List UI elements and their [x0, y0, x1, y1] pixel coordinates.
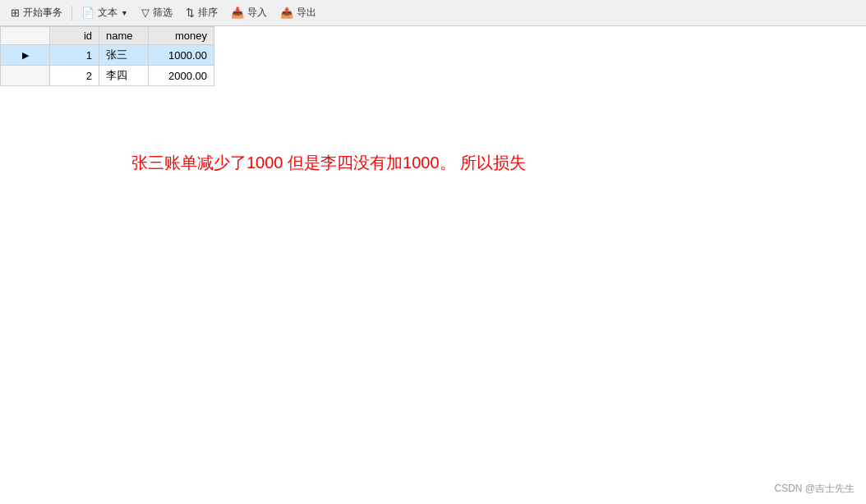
col-header-money: money — [149, 27, 214, 45]
col-header-name: name — [99, 27, 149, 45]
row-indicator: ▶ — [1, 45, 50, 66]
message-text: 张三账单减少了1000 但是李四没有加1000。 所以损失 — [131, 153, 526, 172]
text-icon: 📄 — [81, 7, 94, 19]
message-area: 张三账单减少了1000 但是李四没有加1000。 所以损失 — [0, 86, 866, 174]
data-table: id name money ▶1张三1000.002李四2000.00 — [0, 26, 214, 86]
sort-button[interactable]: ⇅ 排序 — [180, 3, 223, 22]
filter-icon: ▽ — [141, 7, 150, 19]
text-button[interactable]: 📄 文本 ▼ — [76, 3, 134, 22]
cell-money: 2000.00 — [149, 66, 214, 86]
export-button[interactable]: 📤 导出 — [274, 3, 322, 22]
export-icon: 📤 — [280, 7, 293, 19]
table-area: id name money ▶1张三1000.002李四2000.00 — [0, 26, 866, 86]
table-row[interactable]: 2李四2000.00 — [1, 66, 214, 86]
col-header-id: id — [50, 27, 99, 45]
text-dropdown-arrow[interactable]: ▼ — [121, 9, 128, 17]
cell-money: 1000.00 — [149, 45, 214, 66]
import-icon: 📥 — [231, 7, 244, 19]
indicator-header — [1, 27, 50, 45]
cell-id: 1 — [50, 45, 99, 66]
sort-icon: ⇅ — [186, 7, 195, 19]
cell-id: 2 — [50, 66, 99, 86]
table-row[interactable]: ▶1张三1000.00 — [1, 45, 214, 66]
transaction-icon: ⊞ — [11, 7, 20, 19]
cell-name: 李四 — [99, 66, 149, 86]
separator-1 — [71, 6, 72, 21]
transaction-button[interactable]: ⊞ 开始事务 — [5, 3, 68, 22]
import-button[interactable]: 📥 导入 — [225, 3, 273, 22]
cell-name: 张三 — [99, 45, 149, 66]
toolbar: ⊞ 开始事务 📄 文本 ▼ ▽ 筛选 ⇅ 排序 📥 导入 📤 导出 — [0, 0, 866, 26]
watermark: CSDN @吉士先生 — [774, 482, 854, 496]
filter-button[interactable]: ▽ 筛选 — [136, 3, 178, 22]
row-indicator — [1, 66, 50, 86]
